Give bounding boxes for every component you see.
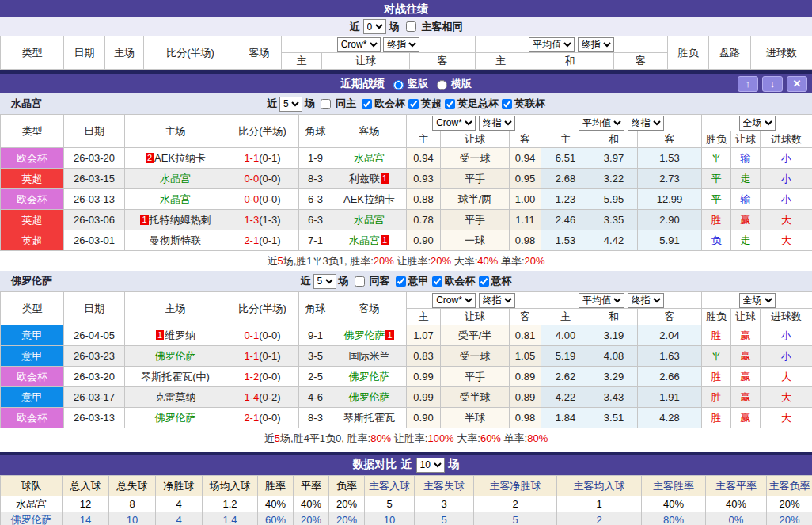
col-score: 比分(半场) [144, 36, 237, 70]
same-home-away-label: 主客相同 [422, 20, 463, 34]
date-cell: 26-03-20 [64, 148, 125, 169]
league-filter[interactable]: 英超 [405, 97, 442, 112]
match-row: 意甲26-03-17克雷莫纳1-4(0-2)4-6佛罗伦萨0.99受半球0.89… [1, 387, 812, 408]
corner-cell: 7-1 [299, 230, 332, 251]
handicap-away-odds: 0.89 [510, 367, 541, 387]
final-odds-select-2[interactable]: 终指 [628, 293, 664, 308]
away-team-cell: 水晶宫 [332, 210, 407, 230]
league-checkbox[interactable] [445, 99, 455, 109]
h2h-count-select[interactable]: 0 [363, 19, 386, 34]
euro-draw-odds: 3.51 [590, 408, 638, 428]
team-count-select[interactable]: 5 [313, 274, 336, 289]
final-odds-select[interactable]: 终指 [479, 293, 515, 308]
handicap-away-odds: 1.00 [510, 189, 541, 210]
col-e-home: 主 [476, 53, 526, 70]
league-filter[interactable]: 欧会杯 [429, 274, 476, 289]
scope-select[interactable]: 全场 [739, 116, 776, 131]
match-row: 意甲26-03-23佛罗伦萨1-1(0-1)3-5国际米兰0.83受一球1.05… [1, 346, 812, 367]
horizontal-radio[interactable] [437, 80, 447, 90]
euro-draw-odds: 3.43 [590, 387, 638, 408]
league-checkbox[interactable] [502, 99, 512, 109]
league-checkbox[interactable] [432, 276, 442, 287]
same-home-checkbox[interactable] [321, 99, 331, 109]
bookmaker-select[interactable]: Crow* [432, 293, 476, 308]
league-filter[interactable]: 意甲 [393, 274, 429, 289]
corner-cell: 8-3 [299, 408, 332, 428]
average-select[interactable]: 平均值 [529, 37, 575, 52]
comparison-row: 水晶宫12841.240%40%20%532140%40%20% [1, 496, 812, 512]
handicap-home-odds: 1.07 [407, 325, 441, 346]
comparison-value-cell: 20% [767, 496, 812, 512]
col-handicap-result: 让球 [731, 131, 761, 148]
average-select[interactable]: 平均值 [579, 116, 624, 131]
euro-home-odds: 2.46 [541, 210, 590, 230]
final-odds-select-2[interactable]: 终指 [628, 116, 664, 131]
horizontal-radio-label[interactable]: 横版 [433, 77, 472, 91]
near-label: 近 [301, 274, 311, 288]
h2h-table: 类型 日期 主场 比分(半场) 客场 Crow* 终指 平均值 终指 胜负 盘路… [0, 36, 812, 70]
comparison-value-cell: 40% [706, 496, 767, 512]
col-e-draw: 和 [590, 309, 638, 325]
comparison-header: 总入球 [63, 476, 109, 496]
comparison-value-cell: 20% [329, 512, 365, 525]
bookmaker-select[interactable]: Crow* [337, 37, 381, 52]
comparison-count-select[interactable]: 10 [416, 458, 445, 473]
final-odds-select[interactable]: 终指 [479, 116, 515, 131]
vertical-radio[interactable] [393, 80, 404, 90]
team-summary: 近5场,胜1平3负1, 胜率:20% 让胜率:20% 大率:40% 单率:20% [0, 251, 812, 271]
bookmaker-select[interactable]: Crow* [432, 116, 476, 131]
scope-select[interactable]: 全场 [739, 293, 776, 308]
col-h-home: 主 [282, 53, 322, 70]
league-cell: 英超 [1, 230, 64, 251]
league-filter[interactable]: 英联杯 [499, 97, 545, 112]
corner-cell: 6-3 [299, 210, 332, 230]
league-checkbox[interactable] [396, 276, 406, 287]
handicap-away-odds: 0.98 [510, 230, 541, 251]
move-up-button[interactable]: ↑ [738, 76, 758, 92]
col-home: 主场 [125, 292, 226, 325]
handicap-home-odds: 0.78 [407, 210, 441, 230]
final-odds-select-2[interactable]: 终指 [578, 37, 614, 52]
league-filter[interactable]: 欧会杯 [359, 97, 405, 112]
comparison-header-row: 球队总入球总失球净胜球场均入球胜率平率负率主客入球主客失球主客净胜球主客均入球主… [1, 476, 812, 496]
league-cell: 欧会杯 [1, 367, 64, 387]
comparison-header: 主客胜率 [642, 476, 706, 496]
away-team-cell: 佛罗伦萨 [332, 387, 407, 408]
match-row: 英超26-03-061托特纳姆热刺1-3(1-3)6-3水晶宫0.78平手1.1… [1, 210, 812, 230]
col-e-home: 主 [541, 131, 590, 148]
euro-home-odds: 6.51 [541, 148, 590, 169]
league-cell: 意甲 [1, 387, 64, 408]
handicap-away-odds: 1.11 [510, 210, 541, 230]
rank-badge: 1 [385, 330, 393, 340]
comparison-value-cell: 20% [329, 496, 365, 512]
final-odds-select[interactable]: 终指 [383, 37, 419, 52]
league-checkbox[interactable] [362, 99, 372, 109]
comparison-value-cell: 5 [415, 512, 474, 525]
handicap-home-odds: 0.90 [407, 230, 441, 251]
handicap-line: 平手 [441, 169, 510, 189]
rank-badge: 1 [156, 330, 164, 340]
comparison-value-cell: 4 [156, 496, 203, 512]
result-cell: 胜 [702, 367, 731, 387]
col-type: 类型 [1, 36, 64, 70]
comparison-value-cell: 60% [258, 512, 294, 525]
league-filter[interactable]: 英足总杯 [442, 97, 499, 112]
same-away-checkbox[interactable] [355, 276, 365, 287]
handicap-line: 受一球 [441, 148, 510, 169]
comparison-header: 主客均入球 [557, 476, 642, 496]
comparison-team-cell: 水晶宫 [1, 496, 63, 512]
average-select[interactable]: 平均值 [579, 293, 624, 308]
handicap-home-odds: 0.83 [407, 346, 441, 367]
comparison-header: 主客净胜球 [474, 476, 557, 496]
close-button[interactable]: ✕ [787, 76, 807, 92]
comparison-header: 主客负率 [767, 476, 812, 496]
league-checkbox[interactable] [408, 99, 419, 109]
same-home-away-checkbox[interactable] [406, 21, 416, 32]
team-count-select[interactable]: 5 [279, 97, 302, 112]
league-checkbox[interactable] [479, 276, 489, 287]
vertical-radio-label[interactable]: 竖版 [389, 77, 428, 91]
goals-result-cell: 小 [761, 325, 812, 346]
move-down-button[interactable]: ↓ [762, 76, 783, 92]
score-cell: 1-3(1-3) [226, 210, 299, 230]
league-filter[interactable]: 意杯 [476, 274, 512, 289]
